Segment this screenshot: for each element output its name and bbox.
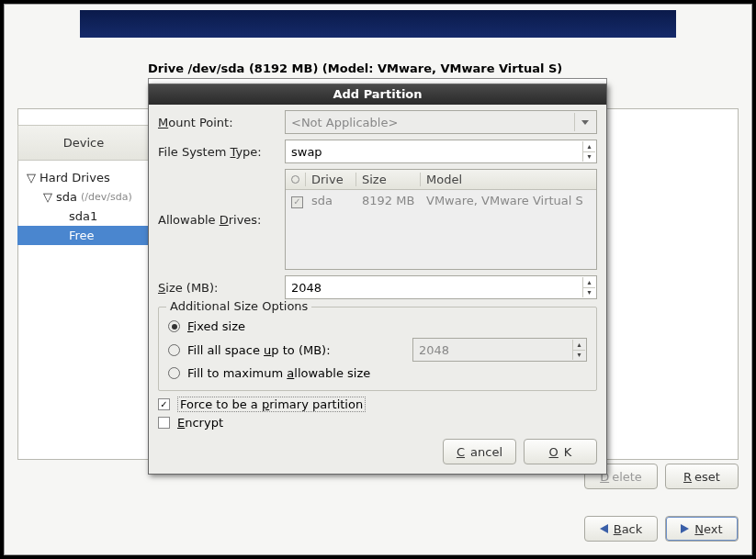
drives-col-model[interactable]: Model bbox=[421, 173, 596, 186]
panel-footer-buttons: Delete Reset bbox=[584, 464, 739, 489]
combo-updown-icon[interactable]: ▴▾ bbox=[582, 141, 595, 162]
spinner-updown-icon[interactable]: ▴▾ bbox=[582, 277, 595, 297]
allowable-drives-label: Allowable Drives: bbox=[158, 213, 277, 227]
back-button[interactable]: Back bbox=[584, 516, 658, 542]
radio-icon[interactable] bbox=[168, 320, 180, 332]
drive-checkbox: ✓ bbox=[291, 196, 303, 208]
device-column-header[interactable]: Device bbox=[17, 125, 150, 161]
fill-upto-input: 2048 ▴▾ bbox=[412, 338, 587, 362]
mount-point-label: Mount Point: bbox=[158, 116, 277, 129]
radio-icon[interactable] bbox=[168, 367, 180, 379]
tree-twisty-icon[interactable]: ▽ bbox=[27, 171, 36, 184]
tree-sda[interactable]: ▽ sda (/dev/sda) bbox=[17, 187, 153, 207]
installer-window: Drive /dev/sda (8192 MB) (Model: VMware,… bbox=[4, 4, 752, 555]
reset-button[interactable]: Reset bbox=[665, 464, 739, 489]
size-input[interactable]: 2048 ▴▾ bbox=[285, 275, 597, 299]
tree-free[interactable]: Free bbox=[17, 226, 153, 245]
fs-type-label: File System Type: bbox=[158, 145, 277, 159]
tree-twisty-icon[interactable]: ▽ bbox=[43, 190, 52, 204]
encrypt-checkbox[interactable]: Encrypt bbox=[158, 416, 597, 430]
size-options-group: Additional Size Options Fixed size Fill … bbox=[158, 307, 597, 391]
table-row[interactable]: ✓ sda 8192 MB VMware, VMware Virtual S bbox=[286, 190, 596, 212]
drives-header-row: Drive Size Model bbox=[286, 170, 596, 190]
header-banner bbox=[80, 10, 676, 38]
checkbox-icon[interactable] bbox=[158, 417, 170, 429]
add-partition-dialog: Add Partition Mount Point: <Not Applicab… bbox=[148, 84, 607, 475]
tree-sda1[interactable]: sda1 bbox=[17, 207, 153, 226]
cancel-button[interactable]: Cancel bbox=[443, 439, 516, 464]
arrow-right-icon bbox=[681, 524, 689, 533]
radio-fill-max[interactable]: Fill to maximum allowable size bbox=[168, 366, 587, 380]
next-button[interactable]: Next bbox=[665, 516, 739, 542]
drives-col-check[interactable] bbox=[286, 173, 306, 186]
mount-point-combo: <Not Applicable> bbox=[285, 110, 597, 134]
radio-icon[interactable] bbox=[168, 344, 180, 356]
size-options-title: Additional Size Options bbox=[166, 299, 311, 313]
spinner-updown-icon: ▴▾ bbox=[572, 340, 585, 360]
force-primary-checkbox[interactable]: ✓ Force to be a primary partition bbox=[158, 397, 597, 412]
fs-type-combo[interactable]: swap ▴▾ bbox=[285, 140, 597, 163]
checkbox-icon[interactable]: ✓ bbox=[158, 398, 170, 410]
ok-button[interactable]: OK bbox=[524, 439, 597, 464]
device-tree[interactable]: ▽ Hard Drives ▽ sda (/dev/sda) sda1 Free bbox=[17, 168, 153, 245]
size-label: Size (MB): bbox=[158, 281, 277, 295]
chevron-down-icon bbox=[574, 113, 594, 131]
arrow-left-icon bbox=[600, 524, 608, 533]
radio-fixed-size[interactable]: Fixed size bbox=[168, 319, 587, 333]
dialog-title: Add Partition bbox=[149, 84, 606, 105]
allowable-drives-list[interactable]: Drive Size Model ✓ sda 8192 MB VMware, V… bbox=[285, 169, 597, 270]
wizard-nav: Back Next bbox=[584, 516, 739, 542]
drives-col-drive[interactable]: Drive bbox=[306, 173, 356, 186]
drive-summary-label: Drive /dev/sda (8192 MB) (Model: VMware,… bbox=[148, 61, 562, 75]
radio-fill-upto[interactable]: Fill all space up to (MB): 2048 ▴▾ bbox=[168, 338, 587, 362]
tree-hard-drives[interactable]: ▽ Hard Drives bbox=[17, 168, 153, 187]
drives-col-size[interactable]: Size bbox=[356, 173, 421, 186]
